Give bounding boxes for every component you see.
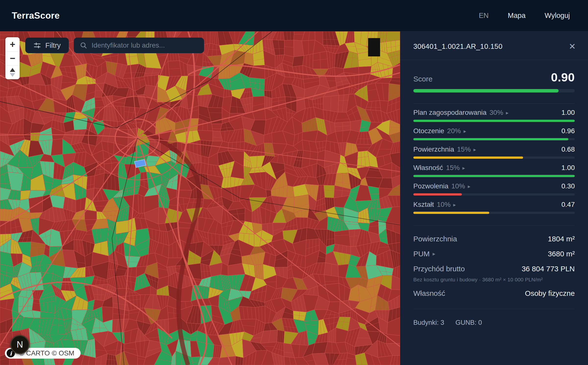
detail-label: PUM — [413, 250, 430, 258]
close-button[interactable]: ✕ — [569, 42, 576, 51]
factor-label: Własność — [413, 164, 443, 172]
compass-north-label: N — [17, 339, 23, 350]
detail-row-przychod: Przychód brutto 36 804 773 PLN — [413, 265, 575, 273]
detail-label: Powierzchnia — [413, 235, 457, 243]
pitch-up-icon — [10, 68, 15, 72]
factor-bar — [413, 120, 575, 122]
detail-value: 36 804 773 PLN — [522, 265, 575, 273]
factor-label: Pozwolenia — [413, 182, 448, 190]
factor-weight: 10% — [451, 182, 465, 190]
detail-row-pum[interactable]: PUM ▸ 3680 m² — [413, 250, 575, 258]
factor-value: 0.68 — [562, 145, 575, 153]
chevron-right-icon: ▸ — [506, 110, 509, 115]
detail-label: Przychód brutto — [413, 265, 465, 273]
map-parcels-layer — [0, 31, 400, 365]
zoom-in-button[interactable]: + — [5, 37, 20, 51]
filters-button-label: Filtry — [45, 41, 61, 50]
factor-label: Plan zagospodarowania — [413, 109, 487, 117]
detail-label: Własność — [413, 289, 445, 298]
score-row: Score 0.90 — [413, 70, 575, 84]
score-label: Score — [413, 75, 432, 83]
nav-item-wyloguj[interactable]: Wyloguj — [545, 12, 570, 20]
parcel-details-panel: 306401_1.0021.AR_10.150 ✕ Score 0.90 Pla… — [400, 31, 588, 365]
factor-weight: 10% — [437, 201, 451, 209]
map-canvas[interactable]: + − Filtry — [0, 31, 400, 365]
chevron-right-icon: ▸ — [474, 147, 476, 152]
top-navbar: TerraScore EN Mapa Wyloguj — [0, 0, 588, 31]
factor-bar-fill — [413, 212, 489, 214]
nav-item-mapa[interactable]: Mapa — [508, 12, 526, 20]
factor-row-ksztalt[interactable]: Kształt 10% ▸ 0.47 — [413, 201, 575, 214]
chevron-right-icon: ▸ — [433, 251, 435, 257]
factor-row-otoczenie[interactable]: Otoczenie 20% ▸ 0.96 — [413, 127, 575, 140]
factor-bar — [413, 175, 575, 177]
factor-row-wlasnosc[interactable]: Własność 15% ▸ 1.00 — [413, 164, 575, 177]
factor-row-plan[interactable]: Plan zagospodarowania 30% ▸ 1.00 — [413, 109, 575, 122]
factor-value: 0.30 — [562, 182, 575, 190]
factor-weight: 15% — [446, 164, 460, 172]
factor-bar — [413, 156, 575, 159]
score-progress-fill — [413, 89, 559, 92]
score-progress-bar — [413, 89, 575, 92]
detail-value: 1804 m² — [548, 235, 575, 243]
factor-bar-fill — [413, 156, 523, 159]
search-icon — [80, 42, 87, 49]
map-zoom-control: + − — [5, 37, 20, 79]
factor-bar-fill — [413, 193, 462, 196]
chevron-right-icon: ▸ — [462, 165, 465, 170]
factor-weight: 20% — [447, 127, 461, 135]
factors-list: Plan zagospodarowania 30% ▸ 1.00 Otoczen… — [413, 109, 575, 214]
chevron-right-icon: ▸ — [453, 202, 456, 207]
search-box — [74, 38, 204, 53]
factor-bar-fill — [413, 175, 575, 177]
filters-button[interactable]: Filtry — [25, 38, 69, 53]
factor-weight: 30% — [490, 109, 503, 117]
panel-header: 306401_1.0021.AR_10.150 ✕ — [400, 31, 588, 60]
panel-footer: Budynki: 3 GUNB: 0 — [413, 319, 575, 326]
sliders-icon — [33, 41, 41, 49]
map-topbar: Filtry — [25, 38, 204, 53]
divider — [413, 225, 575, 225]
factor-bar — [413, 138, 575, 140]
factor-row-pozwolenia[interactable]: Pozwolenia 10% ▸ 0.30 — [413, 182, 575, 196]
zoom-out-button[interactable]: − — [5, 51, 20, 65]
panel-body: Score 0.90 Plan zagospodarowania 30% ▸ 1… — [400, 70, 588, 326]
search-input[interactable] — [91, 41, 198, 50]
factor-bar-fill — [413, 138, 568, 140]
factor-value: 0.96 — [562, 127, 575, 135]
nav-language-toggle[interactable]: EN — [479, 12, 489, 20]
detail-value: Osoby fizyczne — [525, 289, 575, 298]
detail-value: 3680 m² — [548, 250, 575, 258]
parcel-id-title: 306401_1.0021.AR_10.150 — [413, 42, 502, 51]
compass-control[interactable]: N — [10, 335, 29, 354]
divider — [413, 103, 575, 104]
factor-label: Kształt — [413, 201, 434, 209]
chevron-right-icon: ▸ — [464, 129, 466, 134]
detail-row-wlasnosc: Własność Osoby fizyczne — [413, 289, 575, 298]
factor-label: Powierzchnia — [413, 145, 454, 153]
chevron-right-icon: ▸ — [468, 184, 470, 189]
factor-value: 0.47 — [562, 201, 575, 209]
score-value: 0.90 — [551, 70, 575, 84]
gunb-count: GUNB: 0 — [455, 319, 482, 326]
factor-label: Otoczenie — [413, 127, 444, 135]
factor-weight: 15% — [457, 145, 471, 153]
factor-value: 1.00 — [562, 164, 575, 172]
buildings-count: Budynki: 3 — [413, 319, 444, 326]
divider — [413, 309, 575, 309]
terrascore-app: TerraScore EN Mapa Wyloguj + − — [0, 0, 588, 365]
revenue-note: Bez kosztu gruntu i budowy · 3680 m² × 1… — [413, 277, 575, 283]
detail-row-powierzchnia: Powierzchnia 1804 m² — [413, 235, 575, 243]
factor-bar-fill — [413, 120, 575, 122]
factor-bar — [413, 212, 575, 214]
factor-bar — [413, 193, 575, 196]
brand-logo: TerraScore — [12, 11, 60, 21]
pitch-down-icon — [10, 73, 15, 77]
details-list: Powierzchnia 1804 m² PUM ▸ 3680 m² Przyc… — [413, 235, 575, 298]
nav-links: EN Mapa Wyloguj — [479, 12, 570, 20]
factor-value: 1.00 — [562, 109, 575, 117]
pitch-control[interactable] — [5, 65, 20, 79]
factor-row-powierzchnia[interactable]: Powierzchnia 15% ▸ 0.68 — [413, 145, 575, 159]
